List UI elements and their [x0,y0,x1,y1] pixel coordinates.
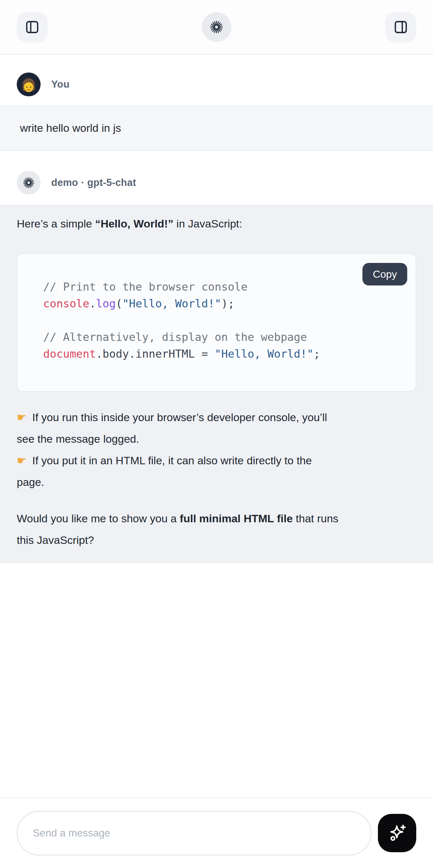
top-bar [0,0,433,55]
assistant-message: Here’s a simple “Hello, World!” in JavaS… [0,205,433,563]
code-line: console.log("Hello, World!"); [43,295,403,312]
person-emoji-icon [18,75,39,96]
code-line: document.body.innerHTML = "Hello, World!… [43,345,403,362]
sparkle-icon [386,823,408,844]
copy-button[interactable]: Copy [363,263,407,285]
assistant-intro-text: Here’s a simple “Hello, World!” in JavaS… [17,213,416,235]
starburst-logo-icon [209,20,224,34]
user-avatar [17,72,40,96]
pointing-right-emoji: ☛ [17,411,26,424]
chat-app: You write hello world in js demo · gpt-5… [0,0,433,868]
assistant-message-header: demo · gpt-5-chat [0,171,433,195]
assistant-author-label: demo · gpt-5-chat [51,177,136,188]
starburst-avatar-icon [22,176,35,189]
assistant-followup-text: Would you like me to show you a full min… [17,508,416,551]
message-input[interactable] [17,811,371,856]
send-button[interactable] [378,814,416,852]
pointing-right-emoji: ☛ [17,454,26,467]
code-line: // Print to the browser console [43,278,403,295]
sidebar-toggle-button[interactable] [17,11,48,42]
assistant-avatar [17,171,40,195]
user-message: write hello world in js [0,105,433,151]
user-message-text: write hello world in js [20,122,121,134]
app-logo-button[interactable] [202,12,231,42]
panel-left-icon [25,20,40,34]
conversation: You write hello world in js demo · gpt-5… [0,72,433,563]
user-author-label: You [51,79,70,90]
assistant-tips-text: ☛ If you run this inside your browser’s … [17,407,416,493]
code-line: // Alternatively, display on the webpage [43,329,403,345]
code-content: // Print to the browser consoleconsole.l… [43,278,403,362]
code-line [43,312,403,329]
composer [0,798,433,868]
user-message-header: You [0,72,433,96]
code-block: Copy // Print to the browser consolecons… [17,253,416,392]
panel-right-icon [393,20,408,34]
panel-toggle-button[interactable] [385,11,416,42]
